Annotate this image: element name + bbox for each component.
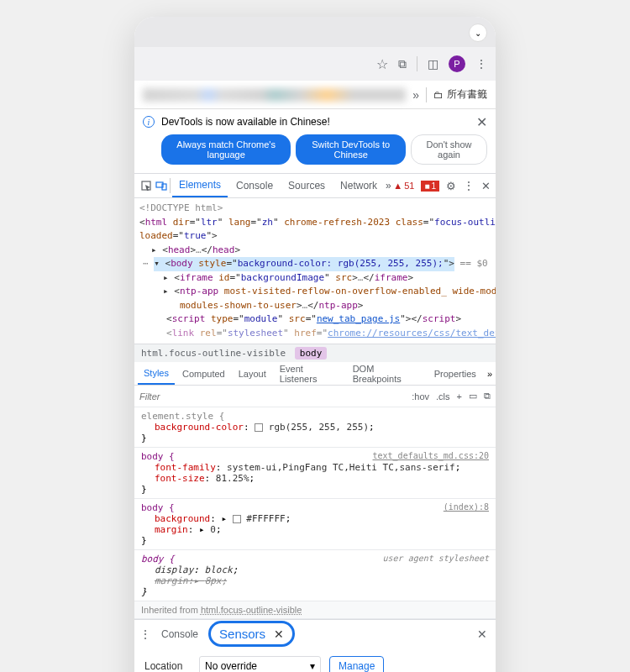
overflow-chevrons-icon[interactable]: » bbox=[412, 88, 419, 102]
more-tabs-icon[interactable]: » bbox=[487, 369, 492, 379]
drawer-tab-sensors[interactable]: Sensors ✕ bbox=[208, 621, 295, 647]
tab-styles[interactable]: Styles bbox=[138, 362, 175, 385]
hov-toggle[interactable]: :hov bbox=[412, 391, 429, 402]
close-icon[interactable]: ✕ bbox=[274, 627, 284, 641]
dom-doctype[interactable]: <!DOCTYPE html> bbox=[139, 202, 491, 216]
divider bbox=[426, 87, 427, 102]
tab-layout[interactable]: Layout bbox=[233, 362, 272, 385]
browser-toolbar: ☆ ⧉ ◫ P ⋮ bbox=[134, 47, 496, 81]
banner-buttons: Always match Chrome's language Switch De… bbox=[134, 134, 496, 173]
errors-badge[interactable]: ■1 bbox=[421, 181, 439, 192]
browser-window: ⌄ ☆ ⧉ ◫ P ⋮ » 🗀 所有書籤 i DevTools is now a… bbox=[134, 17, 496, 672]
breadcrumb[interactable]: html.focus-outline-visible body bbox=[134, 344, 496, 362]
all-bookmarks-label: 所有書籤 bbox=[447, 87, 487, 102]
tab-elements[interactable]: Elements bbox=[172, 174, 228, 197]
dom-ntp-tag[interactable]: ▸ <ntp-app most-visited-reflow-on-overfl… bbox=[163, 285, 491, 312]
css-rule-body-ua[interactable]: user agent stylesheet body { display: bl… bbox=[134, 550, 496, 601]
avatar[interactable]: P bbox=[449, 55, 465, 72]
tab-event-listeners[interactable]: Event Listeners bbox=[274, 362, 345, 385]
location-select[interactable]: No override ▾ bbox=[199, 656, 321, 672]
collapse-button[interactable]: ⌄ bbox=[469, 24, 487, 42]
divider bbox=[417, 56, 417, 71]
divider bbox=[170, 178, 171, 193]
extensions-icon[interactable]: ⧉ bbox=[398, 57, 407, 71]
close-icon[interactable]: ✕ bbox=[476, 114, 487, 130]
more-tabs-icon[interactable]: » bbox=[386, 180, 391, 192]
breadcrumb-body[interactable]: body bbox=[295, 347, 328, 360]
all-bookmarks-button[interactable]: 🗀 所有書籤 bbox=[433, 87, 487, 102]
tab-sources[interactable]: Sources bbox=[281, 174, 332, 197]
star-icon[interactable]: ☆ bbox=[376, 56, 388, 72]
location-select-value: No override bbox=[205, 660, 257, 672]
side-panel-icon[interactable]: ◫ bbox=[428, 57, 438, 71]
kebab-menu-icon[interactable]: ⋮ bbox=[475, 57, 487, 71]
info-icon: i bbox=[143, 116, 155, 128]
css-source-ua: user agent stylesheet bbox=[383, 554, 489, 563]
gear-icon[interactable]: ⚙ bbox=[446, 180, 456, 192]
close-icon[interactable]: ✕ bbox=[477, 627, 487, 641]
inspect-icon[interactable] bbox=[139, 179, 153, 192]
bookmark-items-blurred bbox=[143, 88, 406, 102]
dom-tree[interactable]: <!DOCTYPE html> <html dir="ltr" lang="zh… bbox=[134, 198, 496, 344]
switch-language-button[interactable]: Switch DevTools to Chinese bbox=[296, 134, 406, 165]
dont-show-button[interactable]: Don't show again bbox=[411, 134, 487, 165]
computed-sidebar-icon[interactable]: ▭ bbox=[469, 391, 477, 402]
location-label: Location bbox=[144, 660, 191, 672]
css-rule-element-style[interactable]: element.style { background-color: rgb(25… bbox=[134, 407, 496, 448]
dom-iframe-tag[interactable]: ▸ <iframe id="backgroundImage" src>…</if… bbox=[163, 271, 491, 286]
folder-icon: 🗀 bbox=[433, 89, 444, 101]
chevron-down-icon: ⌄ bbox=[475, 29, 481, 38]
drawer-tab-console[interactable]: Console bbox=[156, 628, 203, 640]
manage-button[interactable]: Manage bbox=[329, 656, 384, 672]
inherited-from-bar: Inherited from html.focus-outline-visibl… bbox=[134, 601, 496, 619]
css-rule-body-2[interactable]: (index):8 body { background: ▸ #FFFFFF; … bbox=[134, 499, 496, 550]
window-chrome-top: ⌄ bbox=[134, 17, 496, 47]
css-source-link[interactable]: (index):8 bbox=[444, 502, 489, 512]
kebab-menu-icon[interactable]: ⋮ bbox=[463, 179, 475, 192]
css-rule-body-1[interactable]: text_defaults_md.css:20 body { font-fami… bbox=[134, 448, 496, 499]
tab-network[interactable]: Network bbox=[333, 174, 384, 197]
tab-dom-breakpoints[interactable]: DOM Breakpoints bbox=[347, 362, 427, 385]
dom-head-tag[interactable]: ▸ <head>…</head> bbox=[151, 244, 491, 258]
close-icon[interactable]: ✕ bbox=[481, 180, 491, 192]
styles-filter-row: :hov .cls + ▭ ⧉ bbox=[134, 386, 496, 407]
new-rule-icon[interactable]: + bbox=[457, 391, 462, 402]
dom-html-tag[interactable]: <html dir="ltr" lang="zh" chrome-refresh… bbox=[139, 216, 491, 244]
cls-toggle[interactable]: .cls bbox=[436, 391, 450, 402]
tab-properties[interactable]: Properties bbox=[428, 362, 482, 385]
css-source-link[interactable]: text_defaults_md.css:20 bbox=[373, 451, 489, 460]
always-match-button[interactable]: Always match Chrome's language bbox=[161, 134, 291, 165]
device-mode-icon[interactable]: ⧉ bbox=[484, 391, 491, 402]
filter-input[interactable] bbox=[139, 391, 407, 402]
dom-script-tag[interactable]: <script type="module" src="new_tab_page.… bbox=[166, 312, 491, 327]
tab-computed[interactable]: Computed bbox=[176, 362, 231, 385]
warnings-badge[interactable]: ▲51 bbox=[393, 181, 414, 191]
drawer-tabs: ⋮ Console Sensors ✕ ✕ bbox=[134, 619, 496, 648]
dom-link-tag[interactable]: <link rel="stylesheet" href="chrome://re… bbox=[166, 327, 491, 341]
sensors-label: Sensors bbox=[219, 627, 265, 641]
bookmarks-bar: » 🗀 所有書籤 bbox=[134, 81, 496, 109]
sensors-panel: Location No override ▾ Manage Latitude L… bbox=[134, 648, 496, 672]
language-banner: i DevTools is now available in Chinese! … bbox=[134, 109, 496, 134]
devtools-tabs: Elements Console Sources Network » ▲51 ■… bbox=[134, 173, 496, 198]
dom-body-tag[interactable]: ⋯ ▾ <body style="background-color: rgb(2… bbox=[143, 257, 491, 271]
styles-tabs: Styles Computed Layout Event Listeners D… bbox=[134, 362, 496, 386]
drawer-menu-icon[interactable]: ⋮ bbox=[139, 627, 151, 641]
breadcrumb-html[interactable]: html.focus-outline-visible bbox=[141, 348, 286, 359]
chevron-down-icon: ▾ bbox=[310, 660, 315, 672]
banner-message: DevTools is now available in Chinese! bbox=[161, 116, 330, 128]
inherited-selector-link[interactable]: html.focus-outline-visible bbox=[201, 605, 302, 615]
device-toggle-icon[interactable] bbox=[155, 179, 168, 192]
tab-console[interactable]: Console bbox=[229, 174, 280, 197]
